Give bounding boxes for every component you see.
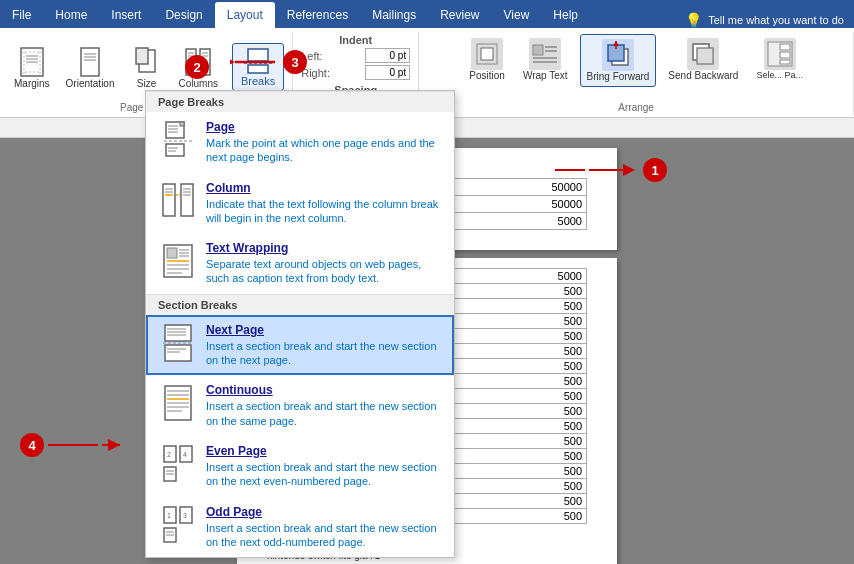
bring-forward-button[interactable]: Bring Forward [580, 34, 657, 87]
tab-home[interactable]: Home [43, 2, 99, 28]
select-pane-icon [764, 38, 796, 70]
position-button[interactable]: Position [463, 34, 511, 87]
even-page-break-icon: 2 4 [160, 444, 196, 484]
break-item-nextpage[interactable]: Next Page Insert a section break and sta… [146, 315, 454, 376]
bring-forward-icon [602, 39, 634, 71]
orientation-button[interactable]: Orientation [60, 44, 121, 91]
svg-rect-8 [81, 48, 99, 76]
even-page-break-desc: Insert a section break and start the new… [206, 460, 440, 489]
arrange-group: Position Wrap Text [419, 32, 854, 115]
text-wrapping-break-title: Text Wrapping [206, 241, 440, 255]
orientation-label: Orientation [66, 78, 115, 89]
send-backward-icon [687, 38, 719, 70]
tab-help[interactable]: Help [541, 2, 590, 28]
next-page-break-icon [160, 323, 196, 363]
tab-view[interactable]: View [492, 2, 542, 28]
column-break-icon [160, 181, 196, 221]
svg-rect-13 [136, 48, 148, 64]
badge2-container: 2 [185, 55, 209, 79]
size-icon [131, 46, 163, 78]
indent-label: Indent [339, 34, 372, 46]
arrow-3-svg [230, 52, 280, 72]
arrange-items: Position Wrap Text [463, 34, 809, 87]
svg-rect-24 [481, 48, 493, 60]
size-button[interactable]: Size [125, 44, 169, 91]
break-item-evenpage[interactable]: 2 4 Even Page Insert a section break and… [146, 436, 454, 497]
svg-rect-25 [533, 45, 543, 55]
left-indent-input[interactable] [365, 48, 410, 63]
text-wrapping-break-desc: Separate text around objects on web page… [206, 257, 440, 286]
break-item-continuous[interactable]: Continuous Insert a section break and st… [146, 375, 454, 436]
svg-rect-39 [780, 60, 790, 64]
tab-mailings[interactable]: Mailings [360, 2, 428, 28]
section-breaks-header: Section Breaks [146, 294, 454, 315]
right-indent-input[interactable] [365, 65, 410, 80]
margins-button[interactable]: Margins [8, 44, 56, 91]
break-item-column[interactable]: Column Indicate that the text following … [146, 173, 454, 234]
tab-layout[interactable]: Layout [215, 2, 275, 28]
lightbulb-icon: 💡 [685, 12, 702, 28]
continuous-break-icon [160, 383, 196, 423]
odd-page-break-desc: Insert a section break and start the new… [206, 521, 440, 550]
odd-page-break-icon: 1 3 [160, 505, 196, 545]
tab-review[interactable]: Review [428, 2, 491, 28]
send-backward-button[interactable]: Send Backward [662, 34, 744, 87]
breaks-dropdown: Page Breaks Page Mark the point at [145, 90, 455, 558]
svg-rect-37 [780, 44, 790, 50]
arrow-line-1 [555, 169, 585, 171]
next-page-break-desc: Insert a section break and start the new… [206, 339, 440, 368]
svg-rect-69 [165, 325, 191, 341]
break-item-page[interactable]: Page Mark the point at which one page en… [146, 112, 454, 173]
tab-design[interactable]: Design [153, 2, 214, 28]
even-page-break-title: Even Page [206, 444, 440, 458]
badge1-container: 1 [555, 158, 667, 182]
left-label: Left: [301, 50, 361, 62]
svg-rect-35 [697, 48, 713, 64]
page-break-title: Page [206, 120, 440, 134]
tell-me-text[interactable]: Tell me what you want to do [708, 14, 844, 26]
page-break-text: Page Mark the point at which one page en… [206, 120, 440, 165]
badge4-container: 4 [20, 433, 122, 457]
svg-rect-38 [780, 52, 790, 58]
text-wrapping-break-icon [160, 241, 196, 281]
badge3-container: 3 [230, 50, 307, 74]
svg-text:1: 1 [167, 512, 171, 519]
wrap-text-button[interactable]: Wrap Text [517, 34, 574, 87]
break-item-textwrapping[interactable]: Text Wrapping Separate text around objec… [146, 233, 454, 294]
arrow-line-4 [48, 444, 98, 446]
next-page-break-text: Next Page Insert a section break and sta… [206, 323, 440, 368]
tab-insert[interactable]: Insert [99, 2, 153, 28]
continuous-break-desc: Insert a section break and start the new… [206, 399, 440, 428]
page-breaks-header: Page Breaks [146, 91, 454, 112]
next-page-break-title: Next Page [206, 323, 440, 337]
odd-page-break-text: Odd Page Insert a section break and star… [206, 505, 440, 550]
arrow-4-svg [102, 438, 122, 452]
indent-fields: Left: Right: [301, 48, 410, 80]
margins-label: Margins [14, 78, 50, 89]
even-page-break-text: Even Page Insert a section break and sta… [206, 444, 440, 489]
position-label: Position [469, 70, 505, 81]
wrap-text-icon [529, 38, 561, 70]
text-wrapping-break-text: Text Wrapping Separate text around objec… [206, 241, 440, 286]
page-break-desc: Mark the point at which one page ends an… [206, 136, 440, 165]
tell-me-bar: 💡 Tell me what you want to do [675, 12, 854, 28]
svg-text:2: 2 [167, 451, 171, 458]
badge-4: 4 [20, 433, 44, 457]
margins-icon [16, 46, 48, 78]
badge-1: 1 [643, 158, 667, 182]
ribbon-tab-bar: File Home Insert Design Layout Reference… [0, 0, 854, 28]
column-break-desc: Indicate that the text following the col… [206, 197, 440, 226]
break-item-oddpage[interactable]: 1 3 Odd Page Insert a section break and … [146, 497, 454, 558]
breaks-label: Breaks [241, 75, 275, 87]
tab-references[interactable]: References [275, 2, 360, 28]
wrap-text-label: Wrap Text [523, 70, 568, 81]
svg-marker-33 [613, 41, 619, 46]
position-icon [471, 38, 503, 70]
send-backward-label: Send Backward [668, 70, 738, 81]
main-area: 50000 50000 5000 1 [0, 138, 854, 564]
select-pane-button[interactable]: Sele... Pa... [750, 34, 809, 87]
continuous-break-text: Continuous Insert a section break and st… [206, 383, 440, 428]
tab-file[interactable]: File [0, 2, 43, 28]
column-break-text: Column Indicate that the text following … [206, 181, 440, 226]
size-label: Size [137, 78, 156, 89]
